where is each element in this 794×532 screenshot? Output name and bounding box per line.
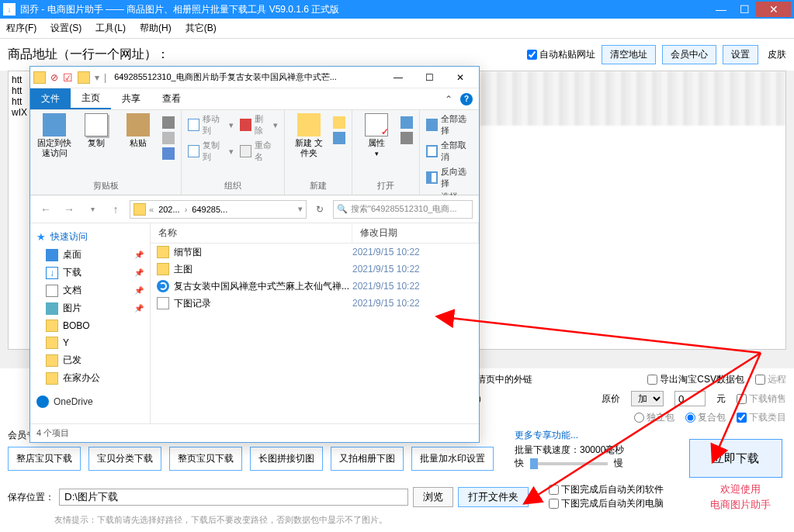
nav-home-office[interactable]: 在家办公: [30, 369, 150, 387]
invert-select-button[interactable]: 反向选择: [426, 166, 473, 189]
col-name[interactable]: 名称: [151, 223, 352, 243]
nav-documents[interactable]: 文档📌: [30, 282, 150, 299]
skin-link[interactable]: 皮肤: [768, 48, 786, 61]
folder-icon: [157, 246, 169, 258]
explorer-title: 649285512310_电商图片助手复古女装中国风禅意中式芒...: [114, 71, 383, 83]
list-item[interactable]: 复古女装中国风禅意中式苎麻上衣仙气禅...2021/9/15 10:22: [151, 278, 479, 295]
ribbon: 固定到快 速访问 复制 粘贴 剪贴板 移动到 ▾ 复制到 ▾ 删除 ▾: [30, 110, 479, 195]
auto-close-app-checkbox[interactable]: 下图完成后自动关闭软件: [549, 483, 664, 496]
save-path-input[interactable]: [59, 489, 408, 506]
pin-to-quick-button[interactable]: 固定到快 速访问: [36, 113, 72, 158]
menu-program[interactable]: 程序(F): [6, 22, 36, 35]
qat-pin-icon[interactable]: ⊘: [50, 72, 58, 83]
nav-sent[interactable]: 已发: [30, 351, 150, 369]
rename-button[interactable]: 重命名: [240, 140, 278, 163]
nav-bobo[interactable]: BOBO: [30, 317, 150, 334]
folder-icon: [33, 71, 46, 84]
app-title: 固乔 - 电商图片助手 —— 商品图片、相册照片批量下载工具 V59.0.1.6…: [20, 3, 709, 16]
speed-slider[interactable]: [530, 462, 608, 465]
download-now-button[interactable]: 立即下载: [689, 439, 782, 478]
remote-checkbox[interactable]: 远程: [755, 373, 786, 386]
properties-button[interactable]: 属性▾: [359, 113, 394, 157]
watermark-button[interactable]: 批量加水印设置: [411, 447, 494, 471]
save-tip: 友情提示：下载前请先选择好路径，下载后不要改变路径，否则数据包中显示不了图片。: [54, 514, 786, 526]
list-item[interactable]: 下图记录2021/9/15 10:22: [151, 295, 479, 312]
settings-button[interactable]: 设置: [723, 45, 758, 64]
open-folder-button[interactable]: 打开文件夹: [458, 487, 529, 507]
export-csv-checkbox[interactable]: 导出淘宝CSV数据包: [647, 373, 744, 386]
col-date[interactable]: 修改日期: [352, 223, 479, 243]
tab-share[interactable]: 共享: [111, 88, 151, 109]
copyto-button[interactable]: 复制到 ▾: [188, 140, 234, 163]
up-button[interactable]: ↑: [106, 200, 125, 219]
menu-settings[interactable]: 设置(S): [50, 22, 81, 35]
speed-label: 批量下载速度：30000毫秒: [515, 444, 670, 457]
nav-pictures[interactable]: 图片📌: [30, 299, 150, 317]
maximize-button[interactable]: ☐: [733, 2, 756, 17]
tab-file[interactable]: 文件: [30, 88, 71, 109]
minimize-button[interactable]: —: [709, 2, 733, 17]
download-sales-checkbox[interactable]: 下载销售: [737, 392, 786, 406]
nav-desktop[interactable]: 桌面📌: [30, 246, 150, 264]
new-folder-button[interactable]: 新建 文件夹: [291, 113, 327, 158]
youpai-download-button[interactable]: 又拍相册下图: [331, 447, 404, 471]
pkg-combo-radio[interactable]: 复合包: [685, 411, 726, 424]
main-menubar: 程序(F) 设置(S) 工具(L) 帮助(H) 其它(B): [0, 19, 794, 39]
folder-icon: [157, 263, 169, 275]
refresh-button[interactable]: ↻: [311, 204, 328, 215]
main-titlebar: ↓ 固乔 - 电商图片助手 —— 商品图片、相册照片批量下载工具 V59.0.1…: [0, 0, 794, 19]
more-functions-link[interactable]: 更多专享功能...: [515, 429, 670, 442]
page-download-button[interactable]: 整页宝贝下载: [169, 447, 242, 471]
nav-y[interactable]: Y: [30, 334, 150, 351]
file-list: 细节图2021/9/15 10:22 主图2021/9/15 10:22 复古女…: [151, 244, 479, 423]
nav-onedrive[interactable]: OneDrive: [30, 393, 150, 410]
download-category-checkbox[interactable]: 下载类目: [737, 411, 786, 424]
history-dropdown[interactable]: ▾: [83, 200, 102, 219]
exp-minimize-button[interactable]: —: [383, 68, 414, 87]
ribbon-collapse-icon[interactable]: ⌃: [445, 94, 452, 105]
select-none-button[interactable]: 全部取消: [426, 140, 473, 163]
nav-pane: ★快速访问 桌面📌 ↓下载📌 文档📌 图片📌 BOBO Y 已发 在家办公 On…: [30, 223, 151, 423]
file-explorer-window: ⊘ ☑ ▾ | 649285512310_电商图片助手复古女装中国风禅意中式芒.…: [29, 66, 480, 443]
qat-check-icon[interactable]: ☑: [63, 71, 73, 84]
clear-url-button[interactable]: 清空地址: [602, 45, 656, 64]
nav-downloads[interactable]: ↓下载📌: [30, 264, 150, 282]
help-icon[interactable]: ?: [460, 93, 473, 105]
url-label: 商品地址（一行一个网址）：: [8, 47, 169, 63]
exp-maximize-button[interactable]: ☐: [414, 68, 445, 87]
browse-button[interactable]: 浏览: [413, 487, 453, 507]
delete-button[interactable]: 删除 ▾: [240, 113, 278, 136]
paste-button[interactable]: 粘贴: [120, 113, 156, 148]
explorer-search-input[interactable]: 🔍搜索"649285512310_电商...: [333, 200, 473, 219]
file-list-header[interactable]: 名称 修改日期: [151, 223, 479, 244]
nav-quick-access[interactable]: ★快速访问: [30, 228, 150, 246]
exp-close-button[interactable]: ✕: [445, 68, 476, 87]
list-item[interactable]: 细节图2021/9/15 10:22: [151, 244, 479, 261]
tab-home[interactable]: 主页: [71, 88, 111, 109]
whole-shop-download-button[interactable]: 整店宝贝下载: [8, 447, 81, 471]
long-image-button[interactable]: 长图拼接切图: [250, 447, 323, 471]
menu-tools[interactable]: 工具(L): [95, 22, 126, 35]
text-file-icon: [157, 297, 169, 309]
back-button[interactable]: ←: [36, 200, 55, 219]
price-op-select[interactable]: 加: [631, 391, 664, 406]
menu-help[interactable]: 帮助(H): [140, 22, 172, 35]
close-button[interactable]: ✕: [756, 2, 791, 17]
copy-button[interactable]: 复制: [78, 113, 114, 148]
auto-close-pc-checkbox[interactable]: 下图完成后自动关闭电脑: [549, 497, 664, 510]
select-all-button[interactable]: 全部选择: [426, 113, 473, 136]
pkg-single-radio[interactable]: 独立包: [634, 411, 674, 424]
category-download-button[interactable]: 宝贝分类下载: [88, 447, 161, 471]
price-value-input[interactable]: [674, 391, 706, 406]
folder-icon: [133, 203, 146, 216]
member-center-button[interactable]: 会员中心: [662, 45, 716, 64]
moveto-button[interactable]: 移动到 ▾: [188, 113, 234, 136]
menu-other[interactable]: 其它(B): [185, 22, 217, 35]
qat-folder-icon[interactable]: [78, 71, 90, 84]
forward-button[interactable]: →: [60, 200, 78, 219]
auto-paste-checkbox[interactable]: 自动粘贴网址: [527, 48, 595, 61]
list-item[interactable]: 主图2021/9/15 10:22: [151, 261, 479, 278]
tab-view[interactable]: 查看: [151, 88, 192, 109]
price-label: 原价: [602, 392, 620, 406]
address-bar[interactable]: « 202... › 649285... ▾: [130, 200, 307, 219]
